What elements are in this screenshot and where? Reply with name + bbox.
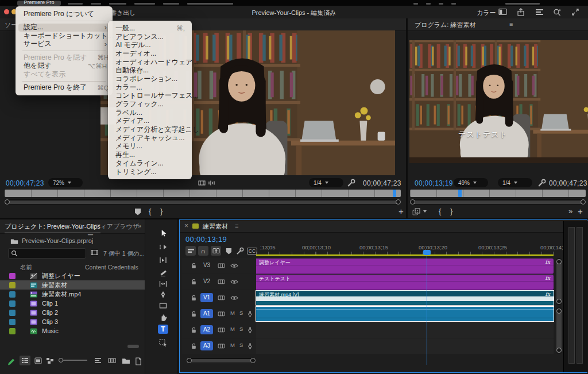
- drag-video-icon[interactable]: [198, 180, 206, 186]
- program-zoom-select[interactable]: 49%: [454, 178, 488, 187]
- lock-icon[interactable]: [190, 294, 198, 301]
- caption-overlay[interactable]: テストテスト: [458, 129, 508, 140]
- mark-out-button[interactable]: }: [160, 207, 163, 215]
- ripple-edit-tool[interactable]: [158, 256, 168, 265]
- menubar-status-icon[interactable]: [451, 3, 456, 5]
- submenu-item-trimming[interactable]: トリミング...: [108, 168, 192, 176]
- timeline-zoom-scrollbar[interactable]: [187, 358, 256, 363]
- submenu-item-media-cache[interactable]: メディアキャッシュ...: [108, 134, 192, 142]
- sync-lock-icon[interactable]: [218, 262, 225, 269]
- label-color-chip[interactable]: [9, 310, 16, 316]
- program-video-frame[interactable]: テストテスト: [409, 40, 588, 163]
- program-playback-resolution-select[interactable]: 1/4: [498, 178, 532, 187]
- nest-sequence-button[interactable]: [185, 246, 196, 256]
- scroll-handle-top[interactable]: [556, 309, 562, 314]
- mute-button[interactable]: M: [230, 310, 235, 316]
- tab-media-browser[interactable]: メディアブラウザー: [87, 222, 145, 240]
- track-name-a3[interactable]: A3: [200, 341, 213, 350]
- tab-project[interactable]: プロジェクト: Preview-Your-Clips: [5, 222, 100, 233]
- lock-icon[interactable]: [190, 262, 198, 269]
- new-item-icon[interactable]: [135, 357, 142, 365]
- comparison-view-button[interactable]: [412, 207, 420, 216]
- track-name-v3[interactable]: V3: [200, 261, 213, 270]
- project-breadcrumb[interactable]: Preview-Your-Clips.prproj: [22, 237, 93, 244]
- track-header-v3[interactable]: V3: [182, 258, 256, 273]
- program-scrub-bar[interactable]: [410, 190, 586, 197]
- project-item-video[interactable]: 練習素材.mp4: [0, 290, 145, 299]
- scroll-handle-top[interactable]: [556, 259, 562, 264]
- mic-icon[interactable]: [246, 326, 254, 334]
- menubar-item[interactable]: [68, 3, 83, 5]
- mic-icon[interactable]: [246, 342, 254, 350]
- lock-icon[interactable]: [190, 326, 198, 333]
- source-position-timecode[interactable]: 00;00;47;23: [6, 179, 44, 187]
- mute-button[interactable]: M: [230, 342, 235, 348]
- submenu-item-appearance[interactable]: アピアランス...: [108, 33, 192, 41]
- more-buttons-overflow[interactable]: »: [568, 207, 572, 215]
- source-playhead[interactable]: [393, 190, 396, 197]
- clip-text-graphic[interactable]: テストテスト fx: [256, 275, 554, 290]
- menubar-app-title[interactable]: Premiere Pro: [17, 1, 61, 6]
- source-settings-wrench-icon[interactable]: [347, 179, 355, 187]
- menubar-item[interactable]: [187, 3, 233, 5]
- eye-icon[interactable]: [230, 279, 238, 285]
- submenu-item-general[interactable]: 一般... ⌘,: [108, 24, 192, 33]
- clip-video-v1[interactable]: 練習素材.mp4 [V] fx: [256, 291, 554, 305]
- color-settings-button[interactable]: カラー: [477, 9, 496, 17]
- menubar-status-icon[interactable]: [439, 3, 443, 5]
- track-header-a2[interactable]: A2 M S: [182, 322, 256, 338]
- sync-lock-icon[interactable]: [218, 310, 225, 317]
- video-tracks-scrollbar[interactable]: [556, 258, 562, 305]
- track-header-a3[interactable]: A3 M S: [182, 338, 256, 354]
- workspace-icon[interactable]: [498, 8, 507, 16]
- program-playhead[interactable]: [458, 190, 462, 197]
- panel-divider[interactable]: [406, 18, 408, 218]
- slip-tool[interactable]: [158, 279, 168, 288]
- panel-menu-icon[interactable]: ≡: [509, 21, 513, 28]
- solo-button[interactable]: S: [239, 342, 243, 348]
- project-item-clip[interactable]: Clip 1: [0, 299, 145, 308]
- program-zoom-scrollbar[interactable]: [410, 199, 586, 205]
- submenu-item-ai-models[interactable]: AI モデル...: [108, 41, 192, 49]
- button-editor-plus[interactable]: +: [578, 206, 583, 216]
- audio-meters-panel[interactable]: [563, 221, 587, 372]
- label-color-chip[interactable]: [9, 300, 16, 307]
- filter-bin-icon[interactable]: [91, 249, 98, 256]
- selection-tool[interactable]: [158, 229, 168, 238]
- column-header-content-credentials[interactable]: Content Credentials: [85, 264, 138, 271]
- add-marker-button[interactable]: [223, 246, 234, 256]
- scroll-handle-bottom[interactable]: [556, 348, 562, 353]
- project-item-sequence[interactable]: 練習素材: [0, 280, 145, 290]
- track-a3-lane[interactable]: [256, 338, 554, 354]
- project-item-audio[interactable]: Music: [0, 326, 145, 336]
- panel-menu-icon[interactable]: ≡: [78, 222, 82, 229]
- track-header-v1[interactable]: V1: [182, 290, 256, 306]
- track-select-forward-tool[interactable]: [158, 242, 168, 252]
- type-tool[interactable]: T: [158, 325, 168, 334]
- submenu-item-auto-save[interactable]: 自動保存...: [108, 66, 192, 75]
- mark-out-button[interactable]: }: [450, 207, 452, 215]
- menubar-item[interactable]: [109, 3, 126, 5]
- menubar-item[interactable]: [134, 3, 155, 5]
- menu-item-quit[interactable]: Premiere Pro を終了 ⌘Q: [16, 84, 113, 92]
- lock-icon[interactable]: [190, 310, 198, 317]
- button-editor-plus[interactable]: +: [399, 206, 404, 216]
- audio-tracks-scrollbar[interactable]: [556, 307, 562, 354]
- program-position-timecode[interactable]: 00;00;13;19: [415, 179, 453, 187]
- zoom-handle-right[interactable]: [396, 199, 401, 205]
- mark-in-button[interactable]: {: [149, 207, 151, 215]
- track-name-a1[interactable]: A1: [200, 309, 213, 318]
- menubar-status-icon[interactable]: [426, 3, 431, 5]
- fullscreen-icon[interactable]: [571, 8, 579, 16]
- source-scrub-bar[interactable]: [5, 190, 401, 197]
- solo-button[interactable]: S: [239, 326, 243, 332]
- snap-magnet-button[interactable]: ∩: [198, 246, 208, 256]
- label-color-chip[interactable]: [9, 282, 16, 288]
- label-color-chip[interactable]: [9, 328, 16, 334]
- rectangle-tool[interactable]: [158, 301, 168, 310]
- sync-lock-icon[interactable]: [218, 342, 225, 349]
- project-item-adjustment-layer[interactable]: 調整レイヤー: [0, 271, 145, 280]
- zoom-handle-left[interactable]: [410, 199, 415, 205]
- lock-icon[interactable]: [190, 342, 198, 349]
- zoom-handle-left[interactable]: [5, 199, 10, 205]
